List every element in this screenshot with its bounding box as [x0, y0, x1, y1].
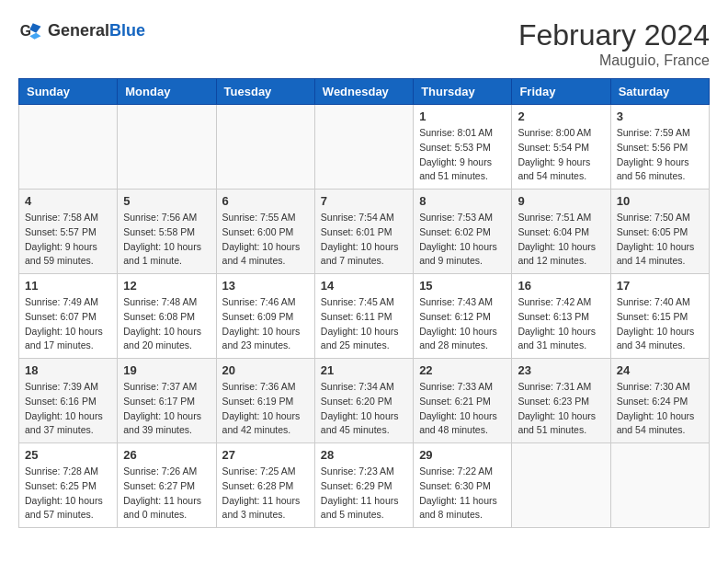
- sunrise-text: Sunrise: 7:59 AM: [617, 127, 690, 138]
- day-info: Sunrise: 7:22 AMSunset: 6:30 PMDaylight:…: [419, 465, 506, 523]
- daylight-text: Daylight: 10 hours and 12 minutes.: [518, 241, 596, 267]
- calendar-cell: 5Sunrise: 7:56 AMSunset: 5:58 PMDaylight…: [118, 190, 216, 274]
- calendar-cell: 26Sunrise: 7:26 AMSunset: 6:27 PMDayligh…: [118, 443, 216, 528]
- sunrise-text: Sunrise: 7:49 AM: [25, 296, 98, 307]
- calendar-cell: 9Sunrise: 7:51 AMSunset: 6:04 PMDaylight…: [512, 190, 610, 274]
- day-number: 27: [222, 448, 309, 462]
- daylight-text: Daylight: 10 hours and 20 minutes.: [123, 326, 201, 351]
- calendar-cell: 7Sunrise: 7:54 AMSunset: 6:01 PMDaylight…: [314, 190, 413, 274]
- sunset-text: Sunset: 6:00 PM: [222, 226, 294, 237]
- month-title: February 2024: [518, 18, 710, 52]
- sunrise-text: Sunrise: 7:33 AM: [419, 381, 493, 392]
- day-number: 20: [222, 363, 309, 377]
- daylight-text: Daylight: 10 hours and 1 minute.: [123, 241, 201, 267]
- day-number: 2: [518, 109, 604, 123]
- sunset-text: Sunset: 6:05 PM: [617, 226, 688, 237]
- sunrise-text: Sunrise: 7:48 AM: [123, 296, 197, 307]
- daylight-text: Daylight: 11 hours and 3 minutes.: [222, 495, 301, 521]
- sunset-text: Sunset: 6:08 PM: [123, 311, 195, 322]
- sunrise-text: Sunrise: 7:31 AM: [518, 381, 591, 392]
- day-info: Sunrise: 7:39 AMSunset: 6:16 PMDaylight:…: [25, 380, 111, 438]
- day-info: Sunrise: 7:42 AMSunset: 6:13 PMDaylight:…: [518, 295, 604, 353]
- sunset-text: Sunset: 6:25 PM: [25, 480, 97, 491]
- day-number: 29: [419, 448, 506, 462]
- sunset-text: Sunset: 6:12 PM: [419, 311, 491, 322]
- daylight-text: Daylight: 10 hours and 31 minutes.: [518, 326, 596, 351]
- daylight-text: Daylight: 10 hours and 17 minutes.: [25, 326, 103, 351]
- day-info: Sunrise: 7:40 AMSunset: 6:15 PMDaylight:…: [617, 295, 703, 353]
- calendar-cell: 21Sunrise: 7:34 AMSunset: 6:20 PMDayligh…: [314, 359, 413, 443]
- day-number: 8: [419, 194, 506, 208]
- calendar-week-row: 25Sunrise: 7:28 AMSunset: 6:25 PMDayligh…: [19, 443, 710, 528]
- sunrise-text: Sunrise: 7:45 AM: [321, 296, 394, 307]
- calendar-cell: 2Sunrise: 8:00 AMSunset: 5:54 PMDaylight…: [512, 105, 610, 190]
- day-number: 12: [123, 279, 210, 293]
- sunset-text: Sunset: 6:13 PM: [518, 311, 589, 322]
- day-info: Sunrise: 7:23 AMSunset: 6:29 PMDaylight:…: [321, 465, 407, 523]
- calendar-cell: 4Sunrise: 7:58 AMSunset: 5:57 PMDaylight…: [19, 190, 118, 274]
- day-number: 11: [25, 279, 111, 293]
- day-info: Sunrise: 7:25 AMSunset: 6:28 PMDaylight:…: [222, 465, 309, 523]
- day-number: 1: [419, 109, 506, 123]
- sunrise-text: Sunrise: 7:34 AM: [321, 381, 394, 392]
- sunset-text: Sunset: 6:04 PM: [518, 226, 589, 237]
- day-info: Sunrise: 7:58 AMSunset: 5:57 PMDaylight:…: [25, 211, 111, 269]
- sunrise-text: Sunrise: 7:22 AM: [419, 465, 493, 477]
- sunset-text: Sunset: 6:09 PM: [222, 311, 294, 322]
- sunset-text: Sunset: 5:56 PM: [617, 142, 688, 153]
- sunrise-text: Sunrise: 7:50 AM: [617, 212, 690, 223]
- sunset-text: Sunset: 6:01 PM: [321, 226, 392, 237]
- sunrise-text: Sunrise: 7:39 AM: [25, 381, 98, 392]
- calendar-cell: 25Sunrise: 7:28 AMSunset: 6:25 PMDayligh…: [19, 443, 118, 528]
- title-section: February 2024 Mauguio, France: [518, 18, 710, 69]
- sunrise-text: Sunrise: 7:58 AM: [25, 212, 98, 223]
- daylight-text: Daylight: 10 hours and 34 minutes.: [617, 326, 695, 351]
- day-info: Sunrise: 7:33 AMSunset: 6:21 PMDaylight:…: [419, 380, 506, 438]
- logo-text: GeneralBlue: [48, 22, 145, 40]
- sunset-text: Sunset: 6:19 PM: [222, 396, 294, 407]
- sunrise-text: Sunrise: 7:51 AM: [518, 212, 591, 223]
- daylight-text: Daylight: 10 hours and 54 minutes.: [617, 410, 695, 436]
- sunset-text: Sunset: 6:07 PM: [25, 311, 97, 322]
- sunrise-text: Sunrise: 7:25 AM: [222, 465, 296, 477]
- day-info: Sunrise: 7:50 AMSunset: 6:05 PMDaylight:…: [617, 211, 703, 269]
- calendar-cell: 12Sunrise: 7:48 AMSunset: 6:08 PMDayligh…: [118, 274, 216, 359]
- column-header-tuesday: Tuesday: [216, 79, 314, 105]
- calendar-week-row: 1Sunrise: 8:01 AMSunset: 5:53 PMDaylight…: [19, 105, 710, 190]
- daylight-text: Daylight: 10 hours and 9 minutes.: [419, 241, 497, 267]
- day-info: Sunrise: 7:53 AMSunset: 6:02 PMDaylight:…: [419, 211, 506, 269]
- daylight-text: Daylight: 9 hours and 54 minutes.: [518, 156, 590, 182]
- logo: G GeneralBlue: [18, 18, 145, 44]
- sunset-text: Sunset: 6:29 PM: [321, 480, 392, 491]
- day-info: Sunrise: 7:46 AMSunset: 6:09 PMDaylight:…: [222, 295, 309, 353]
- calendar-header-row: SundayMondayTuesdayWednesdayThursdayFrid…: [19, 79, 710, 105]
- day-number: 15: [419, 279, 506, 293]
- calendar-cell: 14Sunrise: 7:45 AMSunset: 6:11 PMDayligh…: [314, 274, 413, 359]
- sunset-text: Sunset: 6:30 PM: [419, 480, 491, 491]
- calendar-week-row: 4Sunrise: 7:58 AMSunset: 5:57 PMDaylight…: [19, 190, 710, 274]
- sunrise-text: Sunrise: 7:36 AM: [222, 381, 296, 392]
- day-info: Sunrise: 7:51 AMSunset: 6:04 PMDaylight:…: [518, 211, 604, 269]
- daylight-text: Daylight: 10 hours and 23 minutes.: [222, 326, 301, 351]
- day-number: 16: [518, 279, 604, 293]
- sunset-text: Sunset: 6:28 PM: [222, 480, 294, 491]
- column-header-monday: Monday: [118, 79, 216, 105]
- day-info: Sunrise: 7:26 AMSunset: 6:27 PMDaylight:…: [123, 465, 210, 523]
- sunset-text: Sunset: 6:20 PM: [321, 396, 392, 407]
- calendar-cell: 29Sunrise: 7:22 AMSunset: 6:30 PMDayligh…: [414, 443, 512, 528]
- calendar-week-row: 11Sunrise: 7:49 AMSunset: 6:07 PMDayligh…: [19, 274, 710, 359]
- sunrise-text: Sunrise: 7:54 AM: [321, 212, 394, 223]
- sunset-text: Sunset: 6:02 PM: [419, 226, 491, 237]
- day-number: 21: [321, 363, 407, 377]
- daylight-text: Daylight: 9 hours and 51 minutes.: [419, 156, 492, 182]
- sunrise-text: Sunrise: 7:26 AM: [123, 465, 197, 477]
- day-number: 19: [123, 363, 210, 377]
- day-number: 17: [617, 279, 703, 293]
- day-info: Sunrise: 8:00 AMSunset: 5:54 PMDaylight:…: [518, 126, 604, 184]
- day-info: Sunrise: 7:55 AMSunset: 6:00 PMDaylight:…: [222, 211, 309, 269]
- daylight-text: Daylight: 11 hours and 8 minutes.: [419, 495, 497, 521]
- daylight-text: Daylight: 10 hours and 7 minutes.: [321, 241, 399, 267]
- day-number: 24: [617, 363, 703, 377]
- daylight-text: Daylight: 10 hours and 4 minutes.: [222, 241, 301, 267]
- sunrise-text: Sunrise: 7:40 AM: [617, 296, 690, 307]
